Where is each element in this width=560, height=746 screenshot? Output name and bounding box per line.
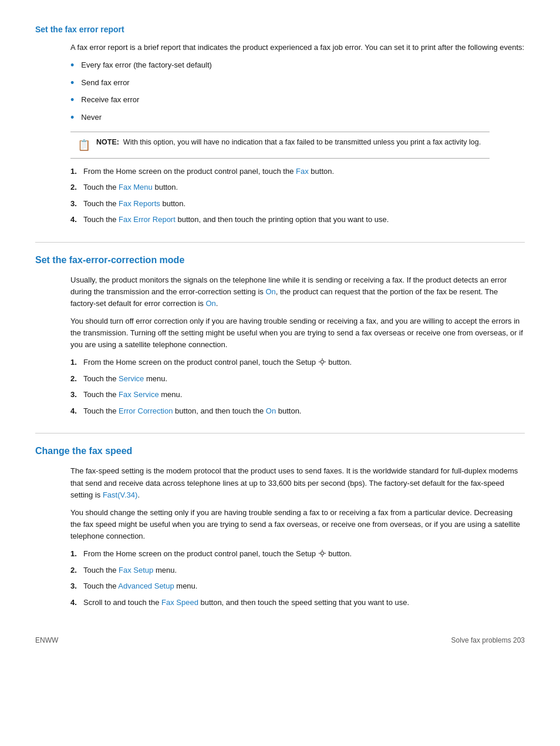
bullet-icon: • — [70, 112, 74, 125]
bullet-icon: • — [70, 59, 74, 72]
step-number: 4. — [70, 597, 83, 609]
list-item: • Never — [35, 112, 525, 125]
section1-steps: 1. From the Home screen on the product c… — [35, 166, 525, 226]
bullet-icon: • — [70, 77, 74, 90]
note-box: 📋 NOTE: With this option, you will have … — [70, 132, 490, 159]
bullet-icon: • — [70, 94, 74, 107]
bullet-text: Every fax error (the factory-set default… — [81, 59, 212, 71]
step-text: Touch the Fax Setup menu. — [83, 564, 177, 576]
section2-steps: 1. From the Home screen on the product c… — [35, 357, 525, 416]
fax-reports-link: Fax Reports — [119, 199, 160, 208]
bullet-text: Never — [81, 112, 102, 123]
note-label: NOTE: — [96, 138, 119, 146]
fax-menu-link: Fax Menu — [119, 183, 153, 191]
step-number: 1. — [70, 166, 83, 177]
list-item: 3. Touch the Fax Service menu. — [35, 389, 525, 401]
step-text: Touch the Fax Reports button. — [83, 198, 185, 210]
list-item: 1. From the Home screen on the product c… — [35, 357, 525, 368]
footer-left: ENWW — [35, 635, 58, 646]
section-fax-speed: Change the fax speed The fax-speed setti… — [35, 433, 525, 608]
step-number: 2. — [70, 373, 83, 385]
list-item: • Every fax error (the factory-set defau… — [35, 59, 525, 72]
step-text: From the Home screen on the product cont… — [83, 548, 352, 560]
list-item: 2. Touch the Fax Menu button. — [35, 182, 525, 193]
list-item: 1. From the Home screen on the product c… — [35, 548, 525, 560]
error-correction-link: Error Correction — [119, 406, 173, 415]
step-text: Touch the Fax Menu button. — [83, 182, 178, 193]
on-link1: On — [265, 287, 275, 296]
step-text: From the Home screen on the product cont… — [83, 166, 334, 177]
step-text: Touch the Fax Service menu. — [83, 389, 182, 401]
section2-para1: Usually, the product monitors the signal… — [70, 274, 525, 310]
bullet-text: Send fax error — [81, 77, 129, 89]
list-item: • Receive fax error — [35, 94, 525, 107]
list-item: 2. Touch the Service menu. — [35, 373, 525, 385]
fax-setup-link: Fax Setup — [119, 566, 153, 574]
list-item: • Send fax error — [35, 77, 525, 90]
step-text: Touch the Fax Error Report button, and t… — [83, 214, 389, 226]
fax-speed-link: Fax Speed — [161, 598, 198, 607]
service-link: Service — [119, 374, 144, 383]
section3-para2: You should change the setting only if yo… — [70, 507, 525, 542]
step-number: 1. — [70, 548, 83, 560]
step-number: 1. — [70, 357, 83, 368]
list-item: 3. Touch the Advanced Setup menu. — [35, 580, 525, 592]
step-number: 4. — [70, 214, 83, 226]
fax-link: Fax — [296, 167, 309, 176]
list-item: 1. From the Home screen on the product c… — [35, 166, 525, 177]
note-content: With this option, you will have no indic… — [123, 138, 481, 146]
list-item: 2. Touch the Fax Setup menu. — [35, 564, 525, 576]
section-fax-error-report: Set the fax error report A fax error rep… — [35, 23, 525, 226]
section1-bullet-list: • Every fax error (the factory-set defau… — [35, 59, 525, 124]
step-text: From the Home screen on the product cont… — [83, 357, 352, 368]
fax-error-report-link: Fax Error Report — [119, 215, 176, 224]
bullet-text: Receive fax error — [81, 94, 139, 106]
footer: ENWW Solve fax problems 203 — [35, 631, 525, 646]
step-number: 2. — [70, 182, 83, 193]
section3-title: Change the fax speed — [35, 433, 525, 458]
note-text: NOTE: With this option, you will have no… — [96, 137, 481, 148]
fast-v34-link: Fast(V.34) — [103, 490, 138, 499]
list-item: 4. Touch the Error Correction button, an… — [35, 405, 525, 417]
note-icon: 📋 — [77, 137, 90, 153]
setup-icon — [318, 358, 326, 366]
list-item: 4. Scroll to and touch the Fax Speed but… — [35, 597, 525, 609]
section2-title: Set the fax-error-correction mode — [35, 242, 525, 267]
footer-right: Solve fax problems 203 — [451, 635, 525, 646]
list-item: 4. Touch the Fax Error Report button, an… — [35, 214, 525, 226]
step-text: Scroll to and touch the Fax Speed button… — [83, 597, 409, 609]
on-link3: On — [266, 406, 276, 415]
svg-point-5 — [321, 552, 323, 555]
section3-steps: 1. From the Home screen on the product c… — [35, 548, 525, 608]
svg-point-0 — [321, 361, 323, 364]
step-text: Touch the Advanced Setup menu. — [83, 580, 197, 592]
on-link2: On — [205, 299, 215, 308]
section1-intro: A fax error report is a brief report tha… — [70, 42, 525, 53]
step-number: 2. — [70, 564, 83, 576]
section3-para1: The fax-speed setting is the modem proto… — [70, 465, 525, 500]
list-item: 3. Touch the Fax Reports button. — [35, 198, 525, 210]
step-text: Touch the Service menu. — [83, 373, 167, 385]
step-text: Touch the Error Correction button, and t… — [83, 405, 301, 417]
section-fax-error-correction: Set the fax-error-correction mode Usuall… — [35, 242, 525, 417]
section2-para2: You should turn off error correction onl… — [70, 315, 525, 351]
advanced-setup-link: Advanced Setup — [118, 582, 174, 590]
step-number: 3. — [70, 198, 83, 210]
step-number: 3. — [70, 580, 83, 592]
fax-service-link: Fax Service — [119, 390, 159, 399]
setup-icon — [318, 549, 326, 557]
step-number: 4. — [70, 405, 83, 417]
section1-title: Set the fax error report — [35, 23, 525, 36]
step-number: 3. — [70, 389, 83, 401]
